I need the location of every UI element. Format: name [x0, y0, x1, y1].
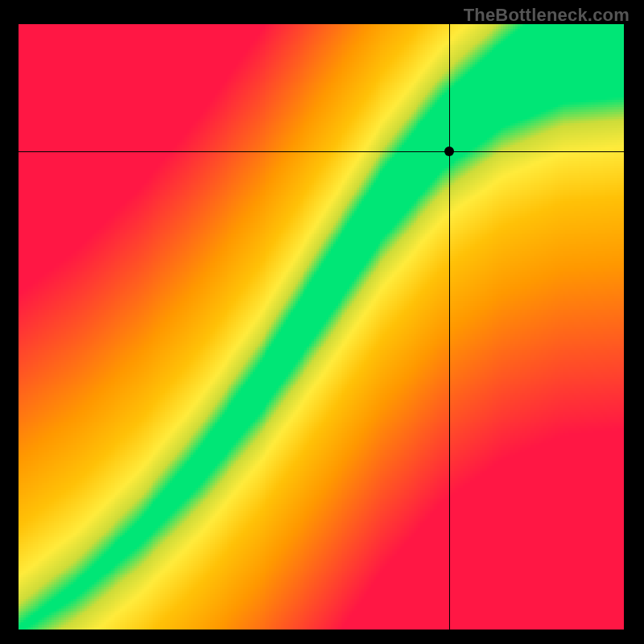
- crosshair-vertical: [449, 24, 450, 630]
- heatmap-plot-area: [19, 24, 624, 630]
- chart-container: TheBottleneck.com: [0, 0, 644, 644]
- heatmap-canvas: [19, 24, 624, 630]
- data-point-marker: [444, 147, 454, 156]
- watermark-text: TheBottleneck.com: [464, 5, 630, 26]
- crosshair-horizontal: [19, 151, 624, 152]
